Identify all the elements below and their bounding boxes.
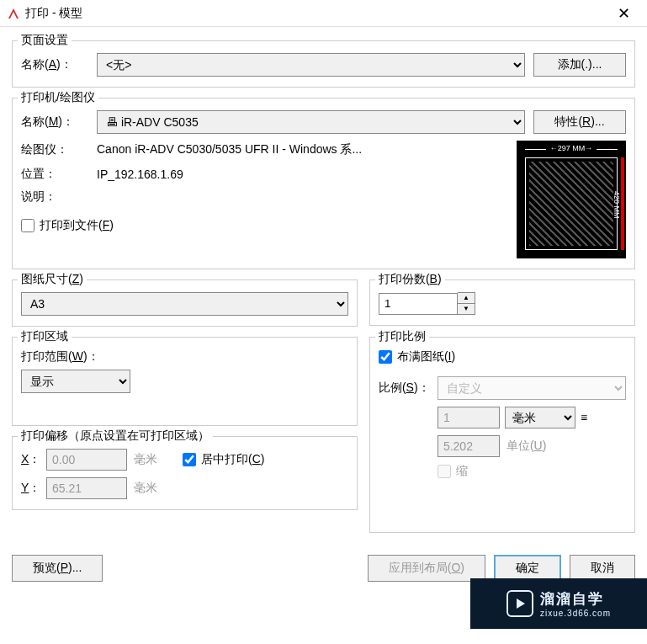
window-title: 打印 - 模型 — [25, 6, 607, 21]
page-setup-title: 页面设置 — [18, 33, 72, 48]
printer-name-label: 名称(M)： — [21, 114, 97, 130]
plot-range-label: 打印范围(W)： — [21, 349, 348, 365]
watermark-title: 溜溜自学 — [540, 589, 611, 593]
offset-y-unit: 毫米 — [134, 481, 157, 496]
offset-y-input[interactable] — [46, 477, 127, 499]
equals-icon: ≡ — [581, 411, 587, 424]
close-button[interactable]: ✕ — [607, 0, 640, 27]
scale-unit-label: 单位(U) — [506, 439, 546, 454]
plot-to-file-checkbox[interactable]: 打印到文件(F) — [21, 218, 114, 233]
properties-button[interactable]: 特性(R)... — [533, 110, 626, 134]
printer-name-select[interactable]: 🖶 iR-ADV C5035 — [97, 110, 525, 134]
spinner-up-icon[interactable]: ▲ — [458, 293, 475, 304]
plot-area-title: 打印区域 — [18, 329, 72, 344]
plot-range-select[interactable]: 显示 — [21, 370, 130, 393]
app-icon — [7, 7, 20, 20]
copies-title: 打印份数(B) — [375, 272, 445, 287]
add-button[interactable]: 添加(.)... — [533, 53, 626, 77]
preview-width-label: ←297 MM→ — [533, 144, 609, 152]
plotter-value: Canon iR-ADV C5030/5035 UFR II - Windows… — [97, 141, 362, 159]
plot-offset-group: 打印偏移（原点设置在可打印区域） X： 毫米 居中打印(C) Y： 毫米 — [12, 436, 358, 510]
apply-to-layout-button[interactable]: 应用到布局(O) — [368, 555, 485, 582]
copies-input[interactable] — [379, 293, 458, 315]
watermark: 溜溜自学 zixue.3d66.com — [470, 578, 647, 593]
paper-size-select[interactable]: A3 — [21, 292, 348, 316]
center-plot-checkbox[interactable]: 居中打印(C) — [183, 452, 264, 467]
play-icon — [506, 590, 533, 593]
preview-button[interactable]: 预览(P)... — [12, 555, 103, 582]
paper-size-title: 图纸尺寸(Z) — [18, 272, 87, 287]
printer-group: 打印机/绘图仪 名称(M)： 🖶 iR-ADV C5035 特性(R)... 绘… — [12, 98, 635, 269]
plotter-label: 绘图仪： — [21, 142, 97, 157]
offset-y-label: Y： — [21, 481, 46, 496]
location-value: IP_192.168.1.69 — [97, 166, 183, 183]
copies-group: 打印份数(B) ▲▼ — [369, 279, 635, 326]
page-setup-name-select[interactable]: <无> — [97, 53, 525, 77]
scale-select[interactable]: 自定义 — [438, 376, 626, 400]
plot-area-group: 打印区域 打印范围(W)： 显示 — [12, 337, 358, 426]
scale-unit-select[interactable]: 毫米 — [505, 407, 575, 428]
scale-unit-input[interactable] — [438, 435, 500, 457]
plot-offset-title: 打印偏移（原点设置在可打印区域） — [18, 428, 213, 444]
paper-size-group: 图纸尺寸(Z) A3 — [12, 279, 358, 327]
offset-x-input[interactable] — [46, 449, 127, 471]
scale-label: 比例(S)： — [379, 381, 438, 396]
offset-x-label: X： — [21, 452, 46, 467]
page-setup-group: 页面设置 名称(A)： <无> 添加(.)... — [12, 40, 635, 88]
description-label: 说明： — [21, 189, 97, 205]
scale-lineweight-checkbox[interactable]: 缩 — [438, 464, 468, 479]
page-setup-name-label: 名称(A)： — [21, 57, 97, 72]
printer-group-title: 打印机/绘图仪 — [18, 90, 98, 105]
dialog-content: 页面设置 名称(A)： <无> 添加(.)... 打印机/绘图仪 名称(M)： … — [0, 27, 647, 555]
plot-scale-title: 打印比例 — [375, 329, 429, 344]
plot-scale-group: 打印比例 布满图纸(I) 比例(S)： 自定义 毫米 ≡ 单位(U) 缩 — [369, 337, 635, 533]
preview-height-label: 420 MM — [613, 191, 621, 219]
titlebar: 打印 - 模型 ✕ — [0, 0, 647, 27]
paper-preview: ←297 MM→ 420 MM — [517, 141, 626, 258]
spinner-down-icon[interactable]: ▼ — [458, 304, 475, 315]
offset-x-unit: 毫米 — [134, 452, 157, 467]
copies-spinner[interactable]: ▲▼ — [379, 292, 626, 315]
fit-to-paper-checkbox[interactable]: 布满图纸(I) — [379, 349, 626, 365]
location-label: 位置： — [21, 167, 97, 182]
scale-mm-input[interactable] — [438, 407, 500, 428]
